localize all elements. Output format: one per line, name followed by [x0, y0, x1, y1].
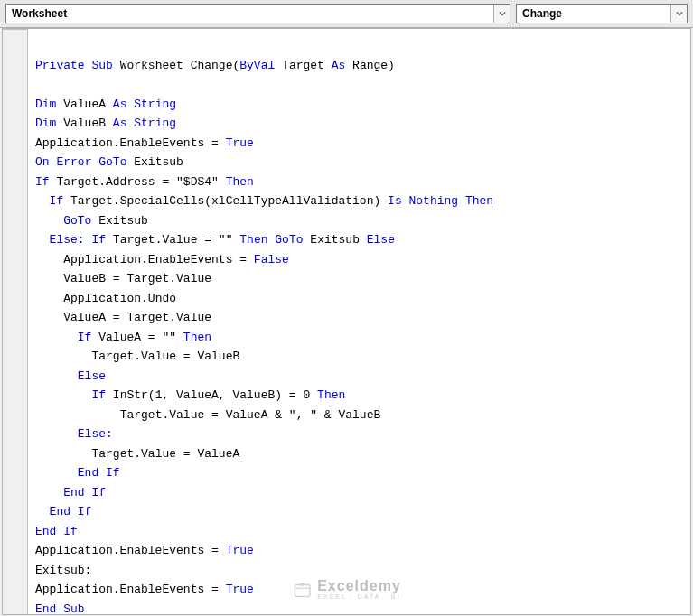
gutter — [3, 29, 28, 614]
code-content: Private Sub Worksheet_Change(ByVal Targe… — [28, 29, 493, 614]
code-line: Application.Undo — [35, 292, 176, 305]
code-line: If Target.Address = "$D$4" Then — [35, 175, 254, 189]
object-combobox[interactable]: Worksheet — [5, 4, 510, 23]
code-line: Private Sub Worksheet_Change(ByVal Targe… — [35, 59, 395, 72]
header-bar: Worksheet Change — [0, 0, 693, 28]
object-combobox-value: Worksheet — [6, 7, 493, 20]
code-line: End If — [35, 466, 120, 480]
code-line: On Error GoTo Exitsub — [35, 155, 183, 169]
code-line: If InStr(1, ValueA, ValueB) = 0 Then — [35, 388, 345, 402]
code-line: Application.EnableEvents = True — [35, 583, 254, 596]
code-line: Target.Value = ValueA & ", " & ValueB — [35, 408, 380, 422]
code-line: If Target.SpecialCells(xlCellTypeAllVali… — [35, 194, 493, 208]
code-line: If ValueA = "" Then — [35, 331, 211, 344]
chevron-down-icon — [670, 5, 687, 23]
code-line: Application.EnableEvents = False — [35, 253, 289, 266]
code-line: Exitsub: — [35, 564, 91, 577]
code-line: ValueB = Target.Value — [35, 272, 211, 285]
code-line: Dim ValueA As String — [35, 98, 176, 111]
code-line: End Sub — [35, 602, 85, 616]
code-line: GoTo Exitsub — [35, 214, 148, 228]
code-line: End If — [35, 486, 106, 499]
code-line: Else: If Target.Value = "" Then GoTo Exi… — [35, 233, 395, 247]
procedure-combobox[interactable]: Change — [516, 4, 688, 23]
code-line: End If — [35, 505, 91, 518]
procedure-combobox-value: Change — [517, 7, 670, 20]
code-line: Dim ValueB As String — [35, 117, 176, 130]
chevron-down-icon — [493, 5, 510, 23]
code-line: ValueA = Target.Value — [35, 311, 211, 324]
code-line: Else — [35, 369, 106, 383]
code-line: Target.Value = ValueB — [35, 350, 239, 363]
code-line: Else: — [35, 427, 113, 441]
code-line: Application.EnableEvents = True — [35, 544, 254, 557]
code-line: Target.Value = ValueA — [35, 447, 239, 461]
code-editor[interactable]: Private Sub Worksheet_Change(ByVal Targe… — [2, 28, 691, 615]
code-line: Application.EnableEvents = True — [35, 136, 254, 150]
code-line: End If — [35, 525, 78, 538]
